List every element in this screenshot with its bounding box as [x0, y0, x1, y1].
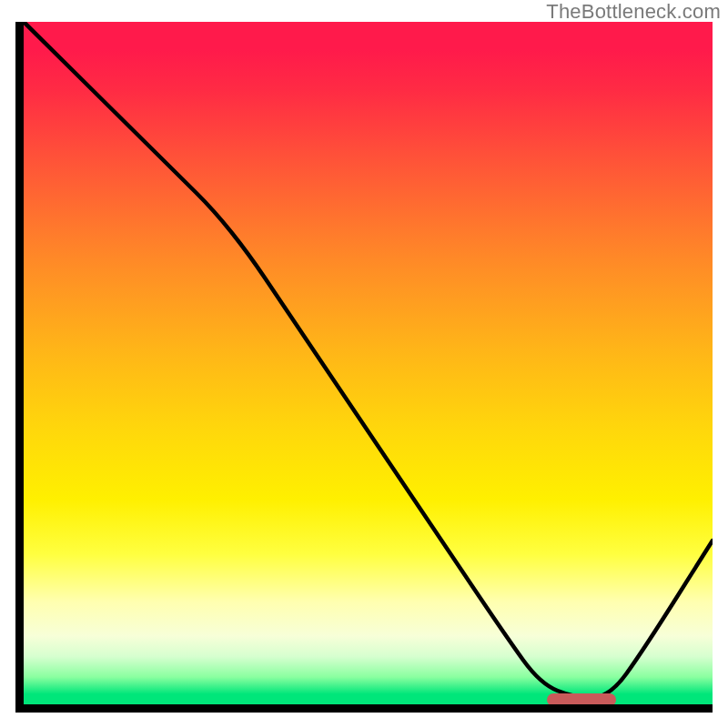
chart-container: TheBottleneck.com	[0, 0, 728, 728]
bottleneck-curve	[24, 22, 713, 704]
plot-area	[24, 22, 713, 704]
optimal-range-marker	[547, 693, 616, 704]
watermark-text: TheBottleneck.com	[546, 0, 721, 24]
